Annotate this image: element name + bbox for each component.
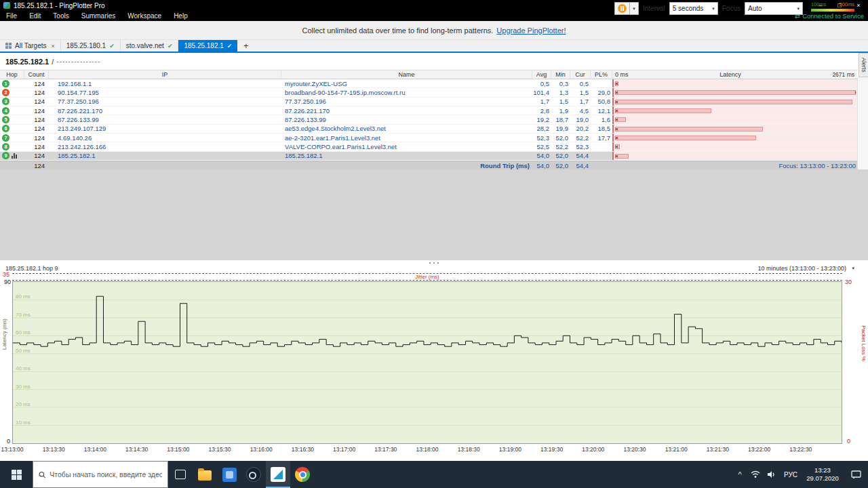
menu-file[interactable]: File <box>0 11 23 21</box>
upgrade-link[interactable]: Upgrade PingPlotter! <box>496 26 566 35</box>
pause-icon[interactable] <box>618 4 627 13</box>
menu-summaries[interactable]: Summaries <box>75 11 122 21</box>
loss-axis-max: 30 <box>845 279 852 285</box>
hop-name: 185.25.182.1 <box>281 152 532 160</box>
table-row[interactable]: 8 124 213.242.126.166 VALVE-CORPO.ear1.P… <box>0 142 857 151</box>
header-min[interactable]: Min <box>551 70 570 79</box>
hop-cur: 52,2 <box>570 134 591 142</box>
table-right-gutter <box>857 77 868 169</box>
latency-marker-icon: × <box>615 152 618 160</box>
header-name[interactable]: Name <box>281 70 532 79</box>
menu-edit[interactable]: Edit <box>23 11 47 21</box>
start-button[interactable] <box>0 461 33 488</box>
pause-button-group[interactable]: ▾ <box>614 2 639 15</box>
hop-avg: 0,5 <box>532 79 551 87</box>
table-row[interactable]: 1 124 192.168.1.1 myrouter.ZyXEL-USG 0,5… <box>0 79 857 88</box>
folder-icon <box>198 470 212 481</box>
hop-cell: 8 <box>0 142 24 150</box>
latency-header-label: Latency <box>719 71 741 78</box>
latency-scale-max: 2671 ms <box>832 71 854 78</box>
hop-cur: 0,5 <box>570 79 591 87</box>
table-row[interactable]: 9 124 185.25.182.1 185.25.182.1 54,0 52,… <box>0 152 857 161</box>
hop-ip: 90.154.77.195 <box>49 88 281 96</box>
alerts-side-tab[interactable]: Alerts <box>859 53 868 77</box>
latency-marker-icon: × <box>615 142 618 150</box>
jitter-strip[interactable]: Jitter (ms) <box>12 273 842 281</box>
header-latency[interactable]: 0 ms Latency 2671 ms <box>612 70 857 79</box>
hop-table-header: Hop Count IP Name Avg Min Cur PL% 0 ms L… <box>0 70 857 79</box>
table-row[interactable]: 3 124 77.37.250.196 77.37.250.196 1,7 1,… <box>0 98 857 106</box>
tray-expand-chevron-icon[interactable]: ^ <box>732 470 747 479</box>
pause-dropdown-caret[interactable]: ▾ <box>629 2 638 15</box>
chrome-button[interactable] <box>290 461 315 488</box>
x-axis-label: 13:13:00 <box>1 446 23 453</box>
table-row[interactable]: 4 124 87.226.221.170 87.226.221.170 2,8 … <box>0 106 857 115</box>
new-tab-button[interactable]: + <box>237 40 254 52</box>
hop-pl: 1,6 <box>591 115 612 123</box>
check-icon: ✔ <box>227 43 233 49</box>
hop-pl: 12,1 <box>591 106 612 115</box>
tab-185-25-180-1[interactable]: 185.25.180.1 ✔ <box>61 40 121 52</box>
latency-range-bar <box>615 136 756 140</box>
task-view-button[interactable] <box>168 461 193 488</box>
taskbar-search-input[interactable]: Чтобы начать поиск, введите здесь запрос <box>33 461 168 488</box>
pane-splitter[interactable] <box>0 260 868 265</box>
menu-workspace[interactable]: Workspace <box>121 11 167 21</box>
svg-text:30 ms: 30 ms <box>16 384 31 390</box>
table-row[interactable]: 5 124 87.226.133.99 87.226.133.99 19,2 1… <box>0 115 857 124</box>
hop-ip: 213.249.107.129 <box>49 125 281 133</box>
blue-app-button[interactable] <box>217 461 241 488</box>
volume-icon[interactable] <box>764 470 780 479</box>
hop-latency-cell: × › <box>612 106 857 115</box>
header-count[interactable]: Count <box>24 70 49 79</box>
latency-marker-icon: × <box>615 115 618 123</box>
header-cur[interactable]: Cur <box>570 70 591 79</box>
header-ip[interactable]: IP <box>49 70 281 79</box>
hop-badge: 4 <box>2 107 9 115</box>
header-hop[interactable]: Hop <box>0 70 24 79</box>
focus-value: Auto <box>748 5 762 12</box>
table-row[interactable]: 2 124 90.154.77.195 broadband-90-154-77-… <box>0 88 857 97</box>
close-tab-icon[interactable]: × <box>52 43 55 49</box>
action-center-button[interactable] <box>844 461 868 488</box>
hop-count: 124 <box>24 134 49 142</box>
network-icon[interactable] <box>747 470 764 479</box>
header-avg[interactable]: Avg <box>532 70 551 79</box>
latency-plot[interactable]: 10 ms20 ms30 ms40 ms50 ms60 ms70 ms80 ms <box>12 281 842 444</box>
hop-min: 52,0 <box>551 152 570 160</box>
hop-latency-cell: × › <box>612 88 857 96</box>
tab-label: sto.valve.net <box>126 42 164 49</box>
menu-tools[interactable]: Tools <box>47 11 75 21</box>
x-axis-label: 13:16:30 <box>292 446 314 453</box>
x-axis-label: 13:14:30 <box>125 446 148 453</box>
check-icon: ✔ <box>167 43 173 49</box>
pingplotter-taskbar-button[interactable] <box>266 461 290 488</box>
hop-latency-cell: × › <box>612 79 857 87</box>
language-indicator[interactable]: РУС <box>780 471 802 479</box>
focus-select[interactable]: Auto ▾ <box>745 2 803 15</box>
table-row[interactable]: 7 124 4.69.140.26 ae-2-3201.ear1.Paris1.… <box>0 134 857 142</box>
header-pl[interactable]: PL% <box>591 70 612 79</box>
tab-sto-valve-net[interactable]: sto.valve.net ✔ <box>121 40 179 52</box>
steam-button[interactable] <box>241 461 266 488</box>
x-axis-label: 13:13:30 <box>43 446 65 453</box>
timeline-range-selector[interactable]: 10 minutes (13:13:00 - 13:23:00) <box>757 265 846 272</box>
svg-text:20 ms: 20 ms <box>16 401 31 407</box>
pingplotter-icon <box>271 467 285 482</box>
steam-icon <box>246 467 261 482</box>
chevron-down-icon: ▾ <box>712 6 715 12</box>
tab-185-25-182-1-active[interactable]: 185.25.182.1 ✔ <box>178 40 237 52</box>
hop-ip: 77.37.250.196 <box>49 98 281 106</box>
latency-scale-min: 0 ms <box>615 71 629 78</box>
hop-table-rows: 1 124 192.168.1.1 myrouter.ZyXEL-USG 0,5… <box>0 79 857 161</box>
hop-pl <box>591 79 612 87</box>
file-explorer-button[interactable] <box>193 461 217 488</box>
taskbar-clock[interactable]: 13:23 29.07.2020 <box>802 466 844 483</box>
table-row[interactable]: 6 124 213.249.107.129 ae53.edge4.Stockho… <box>0 125 857 134</box>
target-title: 185.25.182.1 <box>5 58 49 66</box>
interval-select[interactable]: 5 seconds ▾ <box>669 2 718 15</box>
menu-help[interactable]: Help <box>167 11 194 21</box>
tab-all-targets[interactable]: All Targets × <box>0 40 61 52</box>
chevron-down-icon[interactable]: ▾ <box>852 266 854 271</box>
x-axis-label: 13:18:00 <box>416 446 438 453</box>
